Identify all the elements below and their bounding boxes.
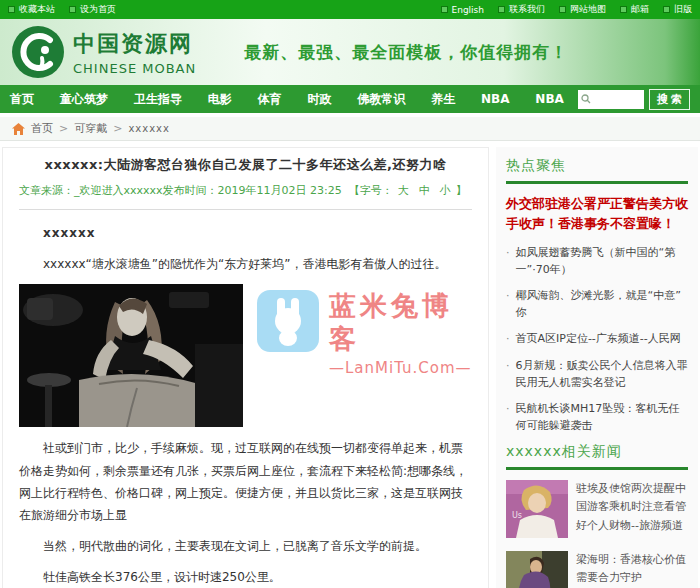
hot-focus-title: 热点聚焦 (506, 157, 688, 175)
contact-link[interactable]: 联系我们 (498, 3, 545, 16)
site-slogan: 最新、最强、最全面模板，你值得拥有！ (244, 41, 568, 64)
sitemap-label: 网站地图 (570, 3, 606, 16)
breadcrumb: 首页 > 可穿戴 > xxxxxx (0, 117, 700, 141)
article-figure: 蓝米兔博客 —LanMiTu.Com— (19, 284, 472, 427)
section-underline (506, 467, 688, 470)
watermark-domain: —LanMiTu.Com— (329, 359, 472, 377)
fontsize-label-end: 】 (456, 183, 467, 198)
bullet-icon: · (506, 244, 510, 278)
breadcrumb-category[interactable]: 可穿戴 (74, 121, 107, 136)
english-label: English (452, 5, 485, 15)
nav-item-health-guide[interactable]: 卫生指导 (134, 91, 182, 108)
nav-item-politics[interactable]: 时政 (307, 91, 331, 108)
list-item[interactable]: · 首页A区IP定位--广东频道--人民网 (506, 330, 688, 347)
fontsize-large-button[interactable]: 大 (398, 183, 409, 198)
watermark-text: 蓝米兔博客 —LanMiTu.Com— (329, 290, 472, 377)
related-news-item[interactable]: Us 驻埃及使馆两次提醒中国游客乘机时注意看管好个人财物--旅游频道 (506, 480, 688, 538)
nav-item-nba-1[interactable]: NBA (481, 92, 509, 106)
article-paragraph: 社或到门市，比少，手续麻烦。现，过互联网的在线预一切都变得单起来，机票价格走势如… (19, 437, 472, 526)
english-link[interactable]: English (441, 3, 485, 16)
nav-item-buddhism[interactable]: 佛教常识 (357, 91, 405, 108)
square-bullet-icon (498, 6, 505, 13)
nav-item-nba-2[interactable]: NBA (535, 92, 563, 106)
search-input[interactable] (591, 94, 639, 105)
breadcrumb-separator: > (59, 122, 68, 135)
square-bullet-icon (8, 6, 15, 13)
search-button[interactable]: 搜 索 (649, 89, 690, 110)
set-homepage-label: 设为首页 (80, 3, 116, 16)
bullet-icon: · (506, 287, 510, 321)
logo-text: 中国资源网 CHINESE MOBAN (73, 29, 196, 76)
logo-icon (12, 26, 64, 78)
mailbox-label: 邮箱 (631, 3, 649, 16)
nav-item-home[interactable]: 首页 (10, 91, 34, 108)
list-item[interactable]: · 6月新规：贩卖公民个人信息将入罪民用无人机需实名登记 (506, 357, 688, 391)
sitemap-link[interactable]: 网站地图 (559, 3, 606, 16)
site-header: 中国资源网 CHINESE MOBAN 最新、最强、最全面模板，你值得拥有！ (0, 19, 700, 85)
main-nav: 首页 童心筑梦 卫生指导 电影 体育 时政 佛教常识 养生 NBA NBA 搜 … (0, 85, 700, 113)
search-box (578, 90, 644, 109)
related-thumbnail: Us (506, 480, 568, 538)
article-panel: xxxxxx:大陆游客怼台独你自己发展了二十多年还这么差,还努力啥 文章来源： … (2, 147, 489, 588)
breadcrumb-home[interactable]: 首页 (31, 121, 53, 136)
square-bullet-icon (69, 6, 76, 13)
related-thumbnail (506, 551, 568, 588)
article-paragraph: xxxxxx“塘水滚塘鱼”的隐忧作为“东方好莱坞”，香港电影有着傲人的过往。 (19, 253, 472, 275)
square-bullet-icon (663, 6, 670, 13)
article-photo (19, 284, 243, 427)
mailbox-link[interactable]: 邮箱 (620, 3, 649, 16)
square-bullet-icon (559, 6, 566, 13)
contact-label: 联系我们 (509, 3, 545, 16)
topbar-right-links: English 联系我们 网站地图 邮箱 旧版 (441, 3, 693, 16)
search-icon (581, 94, 591, 104)
bookmark-site-label: 收藏本站 (19, 3, 55, 16)
source-label: 文章来源： (19, 183, 74, 198)
bullet-icon: · (506, 330, 510, 347)
article-paragraph: xxxxxx (19, 222, 472, 244)
set-homepage-link[interactable]: 设为首页 (69, 3, 116, 16)
main-content: xxxxxx:大陆游客怼台独你自己发展了二十多年还这么差,还努力啥 文章来源： … (0, 141, 700, 588)
square-bullet-icon (620, 6, 627, 13)
hot-item-text: 椰风海韵、沙滩光影，就是“中意”你 (516, 287, 689, 321)
article-paragraph: 牡佳高铁全长376公里，设计时速250公里。 (19, 566, 472, 588)
source-value[interactable]: _欢迎进入xxxxxx (74, 183, 163, 198)
list-item[interactable]: · 民航机长谈MH17坠毁：客机无任何可能躲避袭击 (506, 400, 688, 434)
divider (19, 209, 472, 210)
rabbit-icon (257, 290, 319, 352)
watermark-brand: 蓝米兔博客 (329, 290, 472, 355)
hot-news-list: · 如凤展翅蓄势腾飞（新中国的“第一”·70年） · 椰风海韵、沙滩光影，就是“… (506, 244, 688, 433)
hot-item-text: 6月新规：贩卖公民个人信息将入罪民用无人机需实名登记 (516, 357, 689, 391)
square-bullet-icon (441, 6, 448, 13)
old-version-link[interactable]: 旧版 (663, 3, 692, 16)
nav-item-sports[interactable]: 体育 (258, 91, 282, 108)
hot-item-text: 如凤展翅蓄势腾飞（新中国的“第一”·70年） (516, 244, 689, 278)
nav-item-wellness[interactable]: 养生 (431, 91, 455, 108)
hot-headline-link[interactable]: 外交部驻港公署严正警告美方收手收声！香港事务不容置喙！ (506, 194, 688, 234)
svg-text:Us: Us (512, 511, 522, 520)
article-title: xxxxxx:大陆游客怼台独你自己发展了二十多年还这么差,还努力啥 (19, 156, 472, 174)
site-subtitle: CHINESE MOBAN (73, 61, 196, 76)
topbar-left-links: 收藏本站 设为首页 (8, 3, 116, 16)
fontsize-small-button[interactable]: 小 (440, 183, 451, 198)
fontsize-medium-button[interactable]: 中 (419, 183, 430, 198)
bookmark-site-link[interactable]: 收藏本站 (8, 3, 55, 16)
related-news-text: 驻埃及使馆两次提醒中国游客乘机时注意看管好个人财物--旅游频道 (576, 480, 688, 538)
section-underline (506, 181, 688, 184)
publish-time-value: 2019年11月02日 23:25 (218, 183, 342, 198)
hot-item-text: 民航机长谈MH17坠毁：客机无任何可能躲避袭击 (516, 400, 689, 434)
site-logo[interactable]: 中国资源网 CHINESE MOBAN (12, 26, 196, 78)
publish-time-label: 发布时间： (163, 183, 218, 198)
article-paragraph: 当然，明代散曲的词化，主要表现在文词上，已脱离了音乐文学的前提。 (19, 535, 472, 557)
related-news-item[interactable]: 梁海明：香港核心价值需要合力守护 (506, 551, 688, 588)
top-utility-bar: 收藏本站 设为首页 English 联系我们 网站地图 邮箱 旧版 (0, 0, 700, 19)
related-news-title: xxxxxx相关新闻 (506, 443, 688, 461)
list-item[interactable]: · 椰风海韵、沙滩光影，就是“中意”你 (506, 287, 688, 321)
fontsize-label: 【字号： (349, 183, 393, 198)
list-item[interactable]: · 如凤展翅蓄势腾飞（新中国的“第一”·70年） (506, 244, 688, 278)
nav-item-dream[interactable]: 童心筑梦 (60, 91, 108, 108)
home-icon (12, 123, 25, 135)
breadcrumb-current: xxxxxx (128, 123, 170, 134)
search-area: 搜 索 (578, 89, 690, 110)
nav-item-movie[interactable]: 电影 (208, 91, 232, 108)
old-version-label: 旧版 (674, 3, 692, 16)
